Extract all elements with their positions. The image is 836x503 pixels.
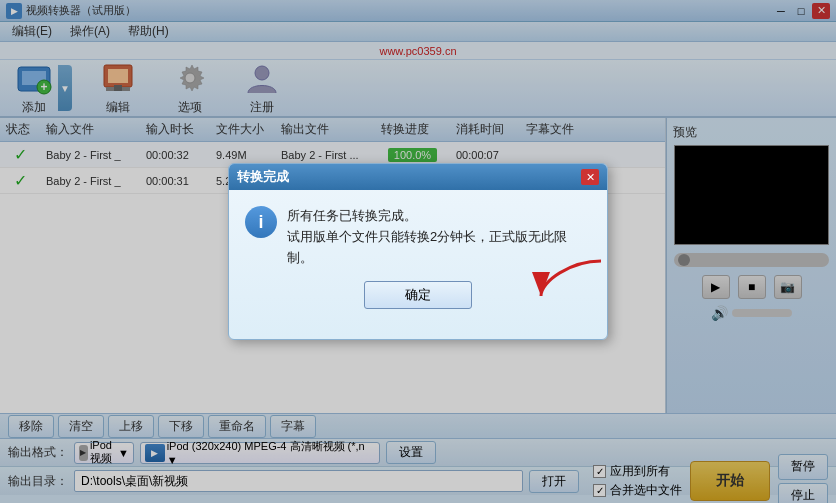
app-window: ▶ 视频转换器（试用版） ─ □ ✕ 编辑(E) 操作(A) 帮助(H) www… bbox=[0, 0, 836, 503]
dialog-titlebar: 转换完成 ✕ bbox=[229, 164, 607, 190]
dialog-footer: 确定 bbox=[245, 281, 591, 323]
dialog-title: 转换完成 bbox=[237, 168, 289, 186]
dialog-text: 所有任务已转换完成。 试用版单个文件只能转换2分钟长，正式版无此限制。 bbox=[287, 206, 591, 268]
dialog-line2: 试用版单个文件只能转换2分钟长，正式版无此限制。 bbox=[287, 227, 591, 269]
dialog-line1: 所有任务已转换完成。 bbox=[287, 206, 591, 227]
dialog-body: i 所有任务已转换完成。 试用版单个文件只能转换2分钟长，正式版无此限制。 确定 bbox=[229, 190, 607, 338]
dialog-footer-area: 确定 bbox=[245, 281, 591, 323]
dialog-overlay: 转换完成 ✕ i 所有任务已转换完成。 试用版单个文件只能转换2分钟长，正式版无… bbox=[0, 0, 836, 503]
dialog-close-button[interactable]: ✕ bbox=[581, 169, 599, 185]
dialog: 转换完成 ✕ i 所有任务已转换完成。 试用版单个文件只能转换2分钟长，正式版无… bbox=[228, 163, 608, 339]
dialog-info-row: i 所有任务已转换完成。 试用版单个文件只能转换2分钟长，正式版无此限制。 bbox=[245, 206, 591, 268]
info-icon: i bbox=[245, 206, 277, 238]
confirm-button[interactable]: 确定 bbox=[364, 281, 472, 309]
